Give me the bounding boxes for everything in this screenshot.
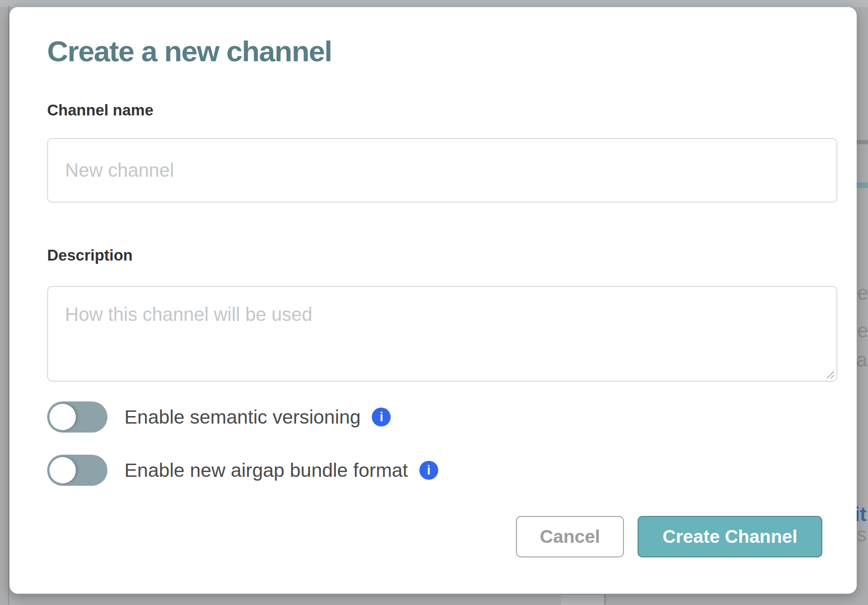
channel-name-input[interactable] bbox=[47, 138, 837, 203]
airgap-bundle-row: Enable new airgap bundle format i bbox=[47, 455, 438, 486]
dialog-actions: Cancel Create Channel bbox=[516, 516, 822, 557]
channel-name-label: Channel name bbox=[47, 101, 154, 119]
background-page-top-edge bbox=[0, 0, 868, 7]
background-text-fragment: s bbox=[857, 525, 867, 545]
semantic-versioning-toggle[interactable] bbox=[47, 401, 107, 433]
semantic-versioning-row: Enable semantic versioning i bbox=[47, 401, 391, 433]
background-divider-fragment bbox=[604, 595, 606, 605]
description-field-wrapper bbox=[47, 286, 837, 382]
background-text-fragment: e bbox=[857, 283, 868, 303]
cancel-button[interactable]: Cancel bbox=[516, 516, 624, 557]
description-label: Description bbox=[47, 246, 133, 264]
toggle-knob bbox=[49, 404, 76, 430]
create-channel-dialog: Create a new channel Channel name Descri… bbox=[9, 7, 857, 594]
info-icon[interactable]: i bbox=[419, 461, 438, 480]
screen: e e ia it s Create a new channel Channel… bbox=[0, 0, 868, 605]
background-button-fragment bbox=[561, 595, 604, 605]
info-icon[interactable]: i bbox=[372, 408, 391, 426]
background-teal-band bbox=[857, 182, 868, 188]
airgap-bundle-label: Enable new airgap bundle format bbox=[124, 459, 408, 482]
semantic-versioning-label: Enable semantic versioning bbox=[124, 406, 360, 428]
toggle-knob bbox=[49, 457, 76, 483]
background-text-fragment: e bbox=[857, 321, 868, 341]
airgap-bundle-toggle[interactable] bbox=[47, 455, 107, 486]
dialog-title: Create a new channel bbox=[47, 34, 332, 68]
background-dark-band bbox=[857, 140, 868, 144]
create-channel-button[interactable]: Create Channel bbox=[638, 516, 822, 557]
description-textarea[interactable] bbox=[47, 286, 837, 382]
textarea-resize-handle[interactable] bbox=[825, 369, 835, 379]
